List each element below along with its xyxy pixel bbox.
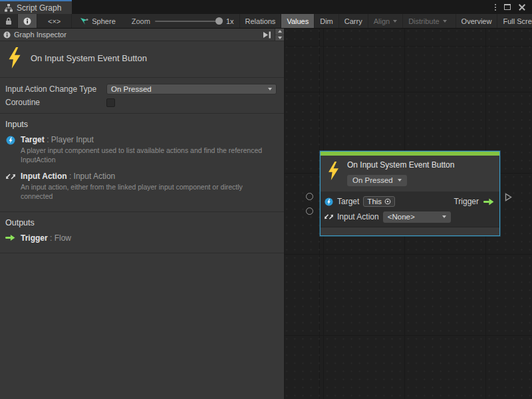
unit-settings: Input Action Change Type On Pressed Coro… xyxy=(0,78,284,114)
toolbar-button-overview[interactable]: Overview xyxy=(456,14,497,28)
maximize-icon[interactable] xyxy=(504,4,511,10)
graph-canvas[interactable]: On Input System Event Button On Pressed xyxy=(285,29,532,399)
scroll-down-button[interactable] xyxy=(275,35,284,41)
field-input-action-change-type: Input Action Change Type On Pressed xyxy=(0,82,284,96)
lightning-bolt-icon xyxy=(7,47,22,68)
zoom-slider-handle[interactable] xyxy=(215,17,223,25)
info-icon xyxy=(3,31,11,39)
tab-script-graph[interactable]: Script Graph xyxy=(0,0,72,14)
player-input-icon xyxy=(5,136,15,145)
flow-arrow-icon xyxy=(483,198,494,205)
inputs-header: Inputs xyxy=(0,118,284,135)
dock-panel-button[interactable] xyxy=(259,29,275,41)
chevron-down-icon xyxy=(443,20,447,23)
field-coroutine: Coroutine xyxy=(0,96,284,109)
unit-title: On Input System Event Button xyxy=(31,53,147,63)
toolbar-button-distribute[interactable]: Distribute xyxy=(402,14,452,28)
port-label: Target xyxy=(337,197,359,206)
output-port-trigger: Trigger : Flow xyxy=(0,233,284,250)
trigger-output-port[interactable] xyxy=(505,192,512,204)
outputs-section: Outputs Trigger : Flow xyxy=(0,212,284,253)
outputs-header: Outputs xyxy=(0,216,284,233)
chevron-down-icon xyxy=(393,20,397,23)
port-label: Input Action xyxy=(337,212,379,221)
toolbar-button-carry[interactable]: Carry xyxy=(338,14,368,28)
toolbar-button-dim[interactable]: Dim xyxy=(314,14,338,28)
window-controls xyxy=(495,0,532,14)
toolbar-button-align[interactable]: Align xyxy=(368,14,402,28)
dock-right-icon xyxy=(263,31,271,39)
target-input-port[interactable] xyxy=(306,193,313,200)
inspector-title: Graph Inspector xyxy=(14,31,66,39)
graph-object-reference[interactable]: Sphere xyxy=(72,14,122,28)
trigger-output-label-group: Trigger xyxy=(454,197,494,206)
node-footer xyxy=(321,227,499,235)
port-description: A player input component used to list av… xyxy=(21,146,276,164)
node-row-target: Target This Trigger xyxy=(325,196,494,208)
object-name-label: Sphere xyxy=(92,17,115,25)
graph-hierarchy-icon xyxy=(5,4,13,12)
input-action-input-port[interactable] xyxy=(306,207,313,215)
tab-label: Script Graph xyxy=(17,3,61,13)
node-header[interactable]: On Input System Event Button On Pressed xyxy=(321,156,499,192)
script-graph-window: Script Graph <×> xyxy=(0,0,532,399)
unit-title-block: On Input System Event Button xyxy=(0,41,284,78)
triangle-down-icon xyxy=(278,37,282,39)
toolbar-button-relations[interactable]: Relations xyxy=(239,14,281,28)
graph-pointer-icon xyxy=(80,17,88,25)
input-port-input-action: Input Action : Input Action An input act… xyxy=(0,172,284,208)
flow-arrow-icon xyxy=(5,234,15,241)
input-port-target: Target : Player Input A player input com… xyxy=(0,135,284,172)
lightning-bolt-icon xyxy=(327,162,340,180)
field-label: Coroutine xyxy=(5,98,106,107)
close-icon[interactable] xyxy=(519,4,525,11)
inputs-section: Inputs Target : Player Input A player in… xyxy=(0,114,284,212)
graph-inspector-panel: Graph Inspector xyxy=(0,29,285,399)
graph-inspector-header: Graph Inspector xyxy=(0,29,284,41)
scroll-up-button[interactable] xyxy=(275,29,284,35)
input-action-dropdown[interactable]: <None> xyxy=(383,211,451,223)
port-description: An input action, either from the linked … xyxy=(21,183,276,201)
port-label: Trigger xyxy=(454,197,479,206)
lock-button[interactable] xyxy=(0,14,18,28)
chevron-down-icon xyxy=(268,88,272,90)
toolbar-button-fullscreen[interactable]: Full Screen xyxy=(497,14,532,28)
inspector-empty-area xyxy=(0,253,284,399)
node-title: On Input System Event Button xyxy=(347,160,454,170)
chevron-down-icon xyxy=(398,179,402,182)
player-input-icon xyxy=(325,198,333,206)
tab-bar: Script Graph xyxy=(0,0,532,14)
lock-icon xyxy=(5,17,12,25)
code-brackets-icon: <×> xyxy=(48,17,61,25)
zoom-slider[interactable] xyxy=(155,21,221,22)
chevron-down-icon xyxy=(442,215,446,218)
input-action-icon xyxy=(325,213,333,221)
triangle-up-icon xyxy=(278,30,282,33)
input-action-icon xyxy=(5,172,15,181)
field-label: Input Action Change Type xyxy=(5,84,106,94)
info-icon xyxy=(23,17,31,25)
toolbar-button-values[interactable]: Values xyxy=(281,14,314,28)
zoom-value: 1x xyxy=(226,17,234,25)
event-mode-dropdown[interactable]: On Pressed xyxy=(347,175,407,186)
change-type-dropdown[interactable]: On Pressed xyxy=(106,84,277,94)
toolbar-toggles: Relations Values Dim Carry Align Distrib… xyxy=(239,14,532,28)
inspector-toggle-button[interactable] xyxy=(18,14,37,28)
zoom-control: Zoom 1x xyxy=(122,14,239,28)
target-object-field[interactable]: This xyxy=(363,196,395,207)
panel-scroll-spinner xyxy=(275,29,284,41)
object-picker-icon xyxy=(384,198,391,205)
node-body: Target This Trigger xyxy=(321,192,499,227)
zoom-label: Zoom xyxy=(132,17,150,25)
variables-toggle-button[interactable]: <×> xyxy=(37,14,72,28)
graph-toolbar: <×> Sphere Zoom 1x Relations Values Dim … xyxy=(0,14,532,29)
event-node-on-input-system-event-button[interactable]: On Input System Event Button On Pressed xyxy=(320,151,500,236)
coroutine-checkbox[interactable] xyxy=(106,98,115,107)
window-menu-icon[interactable] xyxy=(495,4,496,11)
node-row-input-action: Input Action <None> xyxy=(325,211,494,223)
